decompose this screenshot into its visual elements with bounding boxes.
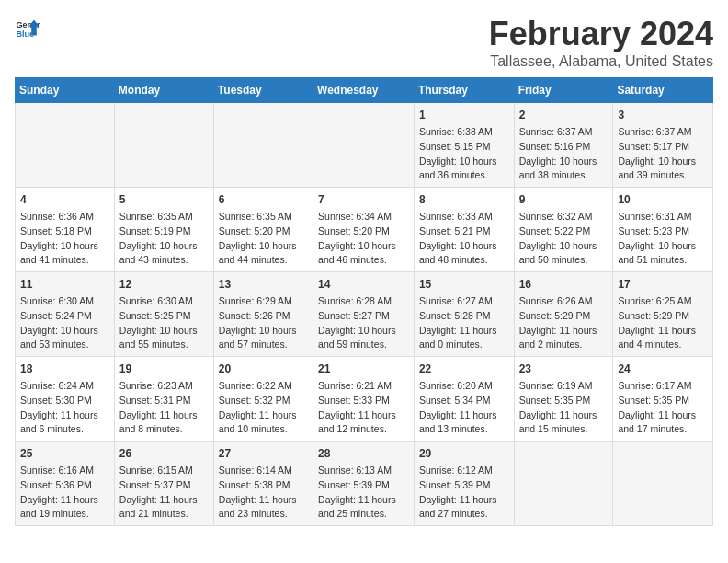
day-number: 25 (20, 445, 109, 462)
day-info: Sunrise: 6:24 AMSunset: 5:30 PMDaylight:… (20, 379, 109, 437)
calendar-cell (213, 103, 313, 188)
calendar-cell: 14Sunrise: 6:28 AMSunset: 5:27 PMDayligh… (313, 272, 415, 357)
calendar-cell: 20Sunrise: 6:22 AMSunset: 5:32 PMDayligh… (213, 357, 313, 442)
calendar-cell: 27Sunrise: 6:14 AMSunset: 5:38 PMDayligh… (213, 442, 313, 526)
day-number: 18 (20, 361, 109, 377)
calendar-cell: 18Sunrise: 6:24 AMSunset: 5:30 PMDayligh… (16, 357, 115, 442)
calendar-cell: 11Sunrise: 6:30 AMSunset: 5:24 PMDayligh… (16, 272, 115, 357)
calendar-cell (114, 103, 213, 188)
calendar-cell: 1Sunrise: 6:38 AMSunset: 5:15 PMDaylight… (414, 103, 514, 188)
header-day-monday: Monday (114, 78, 213, 103)
day-number: 5 (119, 191, 209, 208)
header: General Blue February 2024 Tallassee, Al… (15, 15, 713, 70)
day-number: 11 (20, 276, 109, 293)
calendar-cell (16, 103, 115, 188)
day-info: Sunrise: 6:21 AMSunset: 5:33 PMDaylight:… (318, 379, 409, 437)
day-number: 28 (318, 445, 409, 462)
day-number: 13 (219, 276, 308, 293)
day-number: 2 (519, 107, 609, 123)
day-number: 21 (318, 361, 409, 377)
day-number: 15 (419, 276, 509, 293)
main-title: February 2024 (489, 15, 713, 53)
day-info: Sunrise: 6:25 AMSunset: 5:29 PMDaylight:… (618, 294, 708, 352)
header-day-wednesday: Wednesday (313, 78, 415, 103)
calendar-cell: 28Sunrise: 6:13 AMSunset: 5:39 PMDayligh… (313, 442, 415, 526)
day-info: Sunrise: 6:35 AMSunset: 5:20 PMDaylight:… (219, 210, 308, 268)
day-number: 17 (618, 276, 708, 293)
calendar-cell: 22Sunrise: 6:20 AMSunset: 5:34 PMDayligh… (414, 357, 514, 442)
day-number: 9 (519, 191, 609, 208)
calendar-cell: 5Sunrise: 6:35 AMSunset: 5:19 PMDaylight… (114, 188, 213, 272)
calendar-cell: 4Sunrise: 6:36 AMSunset: 5:18 PMDaylight… (16, 188, 115, 272)
subtitle: Tallassee, Alabama, United States (489, 53, 713, 70)
day-number: 14 (318, 276, 409, 293)
day-number: 29 (419, 445, 509, 462)
day-number: 24 (618, 361, 708, 377)
title-area: February 2024 Tallassee, Alabama, United… (489, 15, 713, 70)
calendar-cell: 19Sunrise: 6:23 AMSunset: 5:31 PMDayligh… (114, 357, 213, 442)
calendar-cell (313, 103, 415, 188)
day-number: 19 (119, 361, 209, 377)
header-day-saturday: Saturday (613, 78, 713, 103)
day-info: Sunrise: 6:12 AMSunset: 5:39 PMDaylight:… (419, 464, 509, 522)
calendar-body: 1Sunrise: 6:38 AMSunset: 5:15 PMDaylight… (16, 103, 713, 526)
calendar-cell: 6Sunrise: 6:35 AMSunset: 5:20 PMDaylight… (213, 188, 313, 272)
calendar-table: SundayMondayTuesdayWednesdayThursdayFrid… (15, 77, 713, 526)
day-info: Sunrise: 6:17 AMSunset: 5:35 PMDaylight:… (618, 379, 708, 437)
day-info: Sunrise: 6:31 AMSunset: 5:23 PMDaylight:… (618, 210, 708, 268)
day-number: 23 (519, 361, 609, 377)
week-row-1: 4Sunrise: 6:36 AMSunset: 5:18 PMDaylight… (16, 188, 713, 272)
calendar-cell: 10Sunrise: 6:31 AMSunset: 5:23 PMDayligh… (613, 188, 713, 272)
calendar-cell: 21Sunrise: 6:21 AMSunset: 5:33 PMDayligh… (313, 357, 415, 442)
logo: General Blue (15, 15, 40, 40)
day-number: 6 (219, 191, 308, 208)
calendar-cell: 17Sunrise: 6:25 AMSunset: 5:29 PMDayligh… (613, 272, 713, 357)
day-number: 10 (618, 191, 708, 208)
day-number: 3 (618, 107, 708, 123)
header-day-sunday: Sunday (16, 78, 115, 103)
calendar-cell: 25Sunrise: 6:16 AMSunset: 5:36 PMDayligh… (16, 442, 115, 526)
calendar-cell: 8Sunrise: 6:33 AMSunset: 5:21 PMDaylight… (414, 188, 514, 272)
day-info: Sunrise: 6:16 AMSunset: 5:36 PMDaylight:… (20, 464, 109, 522)
day-info: Sunrise: 6:36 AMSunset: 5:18 PMDaylight:… (20, 210, 109, 268)
day-info: Sunrise: 6:13 AMSunset: 5:39 PMDaylight:… (318, 464, 409, 522)
header-row: SundayMondayTuesdayWednesdayThursdayFrid… (16, 78, 713, 103)
day-info: Sunrise: 6:38 AMSunset: 5:15 PMDaylight:… (419, 125, 509, 183)
day-info: Sunrise: 6:26 AMSunset: 5:29 PMDaylight:… (519, 294, 609, 352)
week-row-0: 1Sunrise: 6:38 AMSunset: 5:15 PMDaylight… (16, 103, 713, 188)
day-info: Sunrise: 6:22 AMSunset: 5:32 PMDaylight:… (219, 379, 308, 437)
day-info: Sunrise: 6:15 AMSunset: 5:37 PMDaylight:… (119, 464, 209, 522)
day-info: Sunrise: 6:37 AMSunset: 5:17 PMDaylight:… (618, 125, 708, 183)
day-info: Sunrise: 6:19 AMSunset: 5:35 PMDaylight:… (519, 379, 609, 437)
day-info: Sunrise: 6:28 AMSunset: 5:27 PMDaylight:… (318, 294, 409, 352)
day-info: Sunrise: 6:32 AMSunset: 5:22 PMDaylight:… (519, 210, 609, 268)
calendar-cell: 3Sunrise: 6:37 AMSunset: 5:17 PMDaylight… (613, 103, 713, 188)
calendar-cell: 13Sunrise: 6:29 AMSunset: 5:26 PMDayligh… (213, 272, 313, 357)
day-info: Sunrise: 6:29 AMSunset: 5:26 PMDaylight:… (219, 294, 308, 352)
calendar-cell: 23Sunrise: 6:19 AMSunset: 5:35 PMDayligh… (514, 357, 613, 442)
day-info: Sunrise: 6:30 AMSunset: 5:24 PMDaylight:… (20, 294, 109, 352)
day-info: Sunrise: 6:37 AMSunset: 5:16 PMDaylight:… (519, 125, 609, 183)
day-number: 12 (119, 276, 209, 293)
calendar-cell: 12Sunrise: 6:30 AMSunset: 5:25 PMDayligh… (114, 272, 213, 357)
day-info: Sunrise: 6:33 AMSunset: 5:21 PMDaylight:… (419, 210, 509, 268)
calendar-cell: 16Sunrise: 6:26 AMSunset: 5:29 PMDayligh… (514, 272, 613, 357)
day-number: 8 (419, 191, 509, 208)
week-row-3: 18Sunrise: 6:24 AMSunset: 5:30 PMDayligh… (16, 357, 713, 442)
day-info: Sunrise: 6:23 AMSunset: 5:31 PMDaylight:… (119, 379, 209, 437)
day-number: 7 (318, 191, 409, 208)
day-number: 4 (20, 191, 109, 208)
week-row-2: 11Sunrise: 6:30 AMSunset: 5:24 PMDayligh… (16, 272, 713, 357)
day-info: Sunrise: 6:34 AMSunset: 5:20 PMDaylight:… (318, 210, 409, 268)
logo-icon: General Blue (15, 15, 40, 40)
header-day-tuesday: Tuesday (213, 78, 313, 103)
svg-text:Blue: Blue (16, 29, 34, 39)
day-info: Sunrise: 6:14 AMSunset: 5:38 PMDaylight:… (219, 464, 308, 522)
calendar-cell: 15Sunrise: 6:27 AMSunset: 5:28 PMDayligh… (414, 272, 514, 357)
day-number: 16 (519, 276, 609, 293)
day-info: Sunrise: 6:35 AMSunset: 5:19 PMDaylight:… (119, 210, 209, 268)
calendar-cell: 29Sunrise: 6:12 AMSunset: 5:39 PMDayligh… (414, 442, 514, 526)
calendar-cell: 2Sunrise: 6:37 AMSunset: 5:16 PMDaylight… (514, 103, 613, 188)
day-number: 1 (419, 107, 509, 123)
calendar-cell (613, 442, 713, 526)
